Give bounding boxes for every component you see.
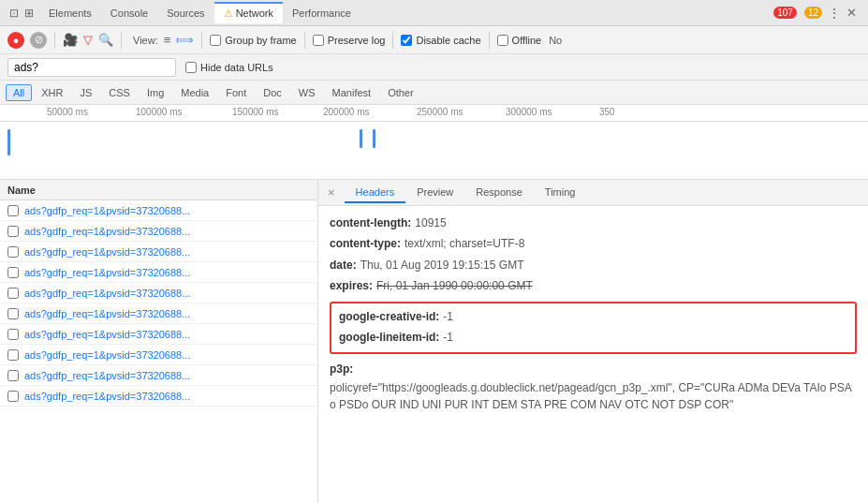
request-row[interactable]: ads?gdfp_req=1&pvsid=37320688... [0, 365, 317, 386]
tab-response[interactable]: Response [464, 183, 534, 203]
header-value-google-lineitem-id: -1 [443, 328, 453, 347]
hide-data-urls-checkbox[interactable] [185, 62, 197, 73]
request-checkbox-10[interactable] [7, 391, 19, 402]
toolbar-separator-4 [304, 32, 305, 49]
request-row[interactable]: ads?gdfp_req=1&pvsid=37320688... [0, 242, 317, 262]
search-icon[interactable]: 🔍 [98, 33, 113, 47]
tree-view-icon[interactable]: ⟾ [176, 33, 194, 47]
tab-sources[interactable]: Sources [157, 4, 213, 22]
preserve-log-option[interactable]: Preserve log [313, 35, 386, 46]
list-view-icon[interactable]: ≡ [164, 33, 171, 47]
request-row[interactable]: ads?gdfp_req=1&pvsid=37320688... [0, 221, 317, 242]
tick-350: 350 [599, 107, 615, 117]
filter-js[interactable]: JS [72, 84, 99, 101]
request-checkbox-2[interactable] [7, 226, 19, 237]
toolbar-separator-6 [489, 32, 490, 49]
header-value-content-length: 10915 [415, 214, 446, 232]
tab-performance[interactable]: Performance [283, 4, 360, 22]
search-input[interactable] [7, 58, 176, 77]
header-name-content-type: content-type: [330, 234, 401, 253]
tab-preview[interactable]: Preview [405, 183, 464, 203]
filter-xhr[interactable]: XHR [34, 84, 70, 101]
toolbar-separator-1 [54, 32, 55, 49]
clear-button[interactable]: ⊘ [30, 32, 47, 49]
details-panel: × Headers Preview Response Timing conten… [318, 180, 868, 503]
filter-ws[interactable]: WS [291, 84, 323, 101]
request-checkbox-1[interactable] [7, 205, 19, 216]
timeline-ruler: 50000 ms 100000 ms 150000 ms 200000 ms 2… [0, 105, 868, 122]
tick-50000: 50000 ms [47, 107, 88, 117]
request-checkbox-5[interactable] [7, 288, 19, 299]
more-tabs-icon[interactable]: ⋮ [828, 6, 841, 21]
tab-timing[interactable]: Timing [534, 183, 587, 203]
request-row[interactable]: ads?gdfp_req=1&pvsid=37320688... [0, 262, 317, 283]
tab-console[interactable]: Console [101, 4, 157, 22]
header-name-expires: expires: [330, 276, 373, 295]
tab-headers[interactable]: Headers [345, 183, 406, 203]
tab-network-label: Network [236, 7, 273, 19]
record-button[interactable]: ● [7, 32, 24, 49]
disable-cache-label: Disable cache [416, 35, 480, 46]
request-checkbox-9[interactable] [7, 370, 19, 381]
filter-img[interactable]: Img [140, 84, 171, 101]
filter-font[interactable]: Font [218, 84, 254, 101]
header-google-creative-id: google-creative-id: -1 [339, 307, 847, 326]
request-checkbox-8[interactable] [7, 349, 19, 361]
filter-css[interactable]: CSS [101, 84, 138, 101]
request-row[interactable]: ads?gdfp_req=1&pvsid=37320688... [0, 324, 317, 345]
timeline-bar-2 [360, 129, 362, 148]
details-tab-bar: × Headers Preview Response Timing [318, 180, 868, 206]
request-checkbox-4[interactable] [7, 267, 19, 278]
request-row[interactable]: ads?gdfp_req=1&pvsid=37320688... [0, 345, 317, 365]
filter-bar: All XHR JS CSS Img Media Font Doc WS Man… [0, 81, 868, 105]
request-name-8: ads?gdfp_req=1&pvsid=37320688... [24, 349, 190, 361]
request-row[interactable]: ads?gdfp_req=1&pvsid=37320688... [0, 386, 317, 407]
requests-header: Name [0, 180, 317, 200]
filter-icon[interactable]: ▽ [83, 33, 93, 47]
tab-network[interactable]: ⚠ Network [214, 2, 283, 23]
request-checkbox-7[interactable] [7, 329, 19, 340]
header-name-content-length: content-length: [330, 214, 411, 232]
throttling-label: No [549, 35, 562, 46]
request-checkbox-6[interactable] [7, 308, 19, 319]
timeline-bar-3 [373, 129, 375, 148]
tick-100000: 100000 ms [136, 107, 182, 117]
devtools-left-icons: ⊡ ⊞ [4, 7, 39, 20]
preserve-log-checkbox[interactable] [313, 35, 324, 46]
devtools-icon-2: ⊞ [24, 7, 34, 20]
request-row[interactable]: ads?gdfp_req=1&pvsid=37320688... [0, 283, 317, 303]
request-checkbox-3[interactable] [7, 246, 19, 258]
requests-panel: Name ads?gdfp_req=1&pvsid=37320688... ad… [0, 180, 318, 503]
request-name-3: ads?gdfp_req=1&pvsid=37320688... [24, 246, 190, 258]
timeline-bar-1 [7, 129, 10, 155]
devtools-icon-1: ⊡ [9, 7, 19, 20]
request-row[interactable]: ads?gdfp_req=1&pvsid=37320688... [0, 303, 317, 324]
offline-checkbox[interactable] [497, 35, 508, 46]
hide-data-urls-label: Hide data URLs [200, 62, 273, 73]
tick-250000: 250000 ms [417, 107, 463, 117]
header-value-p3p: policyref="https://googleads.g.doublecli… [330, 379, 857, 413]
close-details-button[interactable]: × [322, 185, 341, 200]
close-devtools-icon[interactable]: ✕ [846, 6, 857, 20]
disable-cache-option[interactable]: Disable cache [401, 35, 480, 46]
offline-option[interactable]: Offline [497, 35, 542, 46]
disable-cache-checkbox[interactable] [401, 35, 412, 46]
screenshot-icon[interactable]: 🎥 [63, 33, 78, 47]
filter-other[interactable]: Other [380, 84, 421, 101]
filter-doc[interactable]: Doc [256, 84, 289, 101]
header-value-content-type: text/xml; charset=UTF-8 [405, 234, 524, 253]
hide-data-urls-option[interactable]: Hide data URLs [185, 62, 273, 73]
header-p3p: p3p: policyref="https://googleads.g.doub… [330, 360, 857, 412]
tab-elements[interactable]: Elements [39, 4, 101, 22]
offline-label: Offline [512, 35, 542, 46]
warning-badge: 12 [804, 7, 822, 19]
group-by-frame-checkbox[interactable] [210, 35, 221, 46]
request-row[interactable]: ads?gdfp_req=1&pvsid=37320688... [0, 200, 317, 221]
filter-all[interactable]: All [6, 84, 32, 101]
request-name-10: ads?gdfp_req=1&pvsid=37320688... [24, 391, 190, 402]
header-google-lineitem-id: google-lineitem-id: -1 [339, 328, 847, 347]
error-badge: 107 [773, 7, 797, 19]
filter-media[interactable]: Media [173, 84, 216, 101]
filter-manifest[interactable]: Manifest [325, 84, 379, 101]
group-by-frame-option[interactable]: Group by frame [210, 35, 296, 46]
